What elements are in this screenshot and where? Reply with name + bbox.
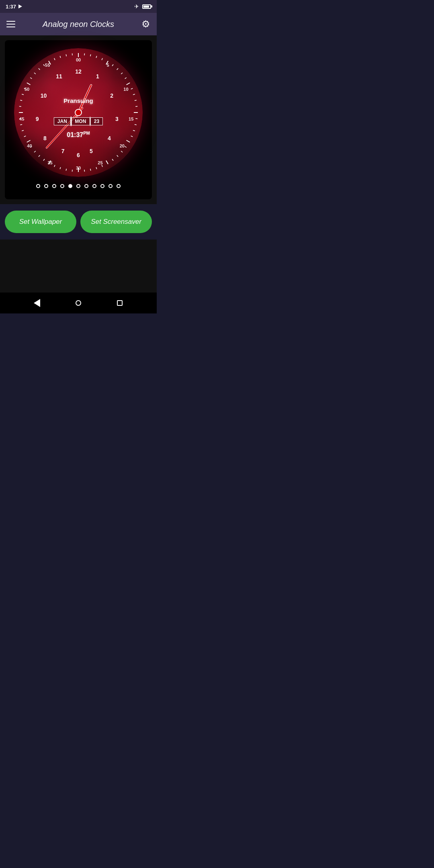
svg-line-9 (125, 78, 127, 79)
svg-line-49 (24, 88, 26, 89)
status-bar: 1:37 ✈ (0, 0, 157, 13)
svg-line-31 (72, 170, 73, 172)
svg-line-43 (20, 125, 22, 125)
battery-fill (143, 6, 149, 8)
svg-line-27 (96, 167, 97, 169)
clock-container: 00 5 10 15 20 25 30 35 40 45 50 55 12 (5, 40, 152, 199)
svg-line-37 (39, 155, 40, 157)
svg-line-23 (117, 155, 118, 157)
page-dot-9[interactable] (100, 184, 104, 188)
svg-line-41 (24, 136, 26, 137)
svg-line-17 (135, 125, 137, 125)
airplane-icon: ✈ (134, 3, 139, 10)
svg-line-34 (54, 165, 55, 167)
svg-line-28 (90, 169, 91, 171)
svg-line-47 (20, 100, 22, 100)
svg-line-44 (19, 119, 21, 119)
clock-ticks (14, 48, 143, 177)
svg-line-3 (96, 56, 97, 58)
svg-line-42 (22, 130, 24, 131)
am-pm: PM (83, 131, 90, 135)
page-dot-2[interactable] (44, 184, 48, 188)
svg-line-8 (121, 73, 123, 74)
svg-line-36 (43, 159, 45, 161)
buttons-area: Set Wallpaper Set Screensaver (0, 204, 157, 240)
svg-line-5 (106, 61, 108, 65)
svg-line-10 (127, 83, 130, 85)
svg-line-50 (27, 83, 31, 85)
play-icon (18, 4, 22, 8)
svg-line-38 (34, 151, 36, 152)
svg-line-52 (34, 73, 36, 74)
svg-line-6 (112, 64, 113, 66)
status-left: 1:37 (6, 4, 22, 10)
main-content: 00 5 10 15 20 25 30 35 40 45 50 55 12 (0, 35, 157, 293)
hamburger-line (6, 27, 15, 27)
battery-icon (142, 4, 151, 9)
day-name-display: MON (71, 117, 90, 125)
home-icon (76, 300, 81, 306)
settings-icon[interactable]: ⚙ (141, 18, 150, 30)
svg-line-12 (133, 94, 135, 95)
svg-line-32 (66, 169, 66, 171)
svg-point-64 (75, 109, 82, 116)
page-dot-4[interactable] (60, 184, 64, 188)
page-dot-8[interactable] (92, 184, 96, 188)
day-number-display: 23 (90, 117, 103, 125)
page-dot-7[interactable] (84, 184, 88, 188)
svg-line-29 (84, 170, 85, 172)
svg-line-39 (30, 146, 32, 147)
app-bar: Analog neon Clocks ⚙ (0, 13, 157, 35)
hamburger-menu-icon[interactable] (6, 21, 15, 27)
time-value: 01:37 (67, 131, 83, 138)
svg-line-18 (133, 130, 135, 131)
svg-line-54 (43, 64, 45, 66)
page-dot-5-active[interactable] (68, 184, 72, 188)
back-button[interactable] (29, 295, 45, 311)
svg-line-55 (49, 61, 51, 65)
svg-line-58 (66, 54, 66, 56)
svg-line-19 (131, 136, 133, 137)
page-dot-1[interactable] (36, 184, 40, 188)
hamburger-line (6, 21, 15, 22)
svg-line-1 (84, 53, 85, 55)
svg-line-46 (19, 106, 21, 107)
svg-line-13 (135, 100, 137, 100)
status-time: 1:37 (6, 4, 16, 10)
svg-line-21 (125, 146, 127, 147)
svg-line-40 (27, 140, 31, 142)
svg-line-22 (121, 151, 123, 152)
svg-line-7 (117, 68, 118, 70)
page-indicators (36, 177, 121, 191)
svg-line-4 (102, 58, 102, 60)
recents-icon (117, 300, 123, 306)
digital-time-display: 01:37PM (67, 131, 90, 139)
svg-line-26 (102, 165, 102, 167)
clock-face[interactable]: 00 5 10 15 20 25 30 35 40 45 50 55 12 (14, 48, 143, 177)
svg-line-25 (106, 161, 108, 164)
svg-line-16 (135, 119, 137, 119)
svg-line-20 (127, 140, 130, 142)
page-dot-11[interactable] (117, 184, 121, 188)
back-icon (34, 299, 40, 307)
svg-line-53 (39, 68, 40, 70)
app-title: Analog neon Clocks (15, 20, 141, 29)
svg-line-48 (22, 94, 24, 95)
svg-line-57 (60, 56, 61, 58)
clock-brand: Pransuing (63, 97, 93, 104)
set-screensaver-button[interactable]: Set Screensaver (80, 211, 152, 233)
page-dot-10[interactable] (108, 184, 113, 188)
home-button[interactable] (70, 295, 86, 311)
svg-line-33 (60, 167, 61, 169)
svg-line-56 (54, 58, 55, 60)
page-dot-3[interactable] (52, 184, 56, 188)
svg-line-35 (49, 161, 51, 164)
set-wallpaper-button[interactable]: Set Wallpaper (5, 211, 76, 233)
month-display: JAN (54, 117, 71, 125)
svg-line-24 (112, 159, 113, 161)
svg-line-14 (135, 106, 137, 107)
svg-line-59 (72, 53, 73, 55)
page-dot-6[interactable] (76, 184, 80, 188)
recents-button[interactable] (112, 295, 128, 311)
hamburger-line (6, 24, 15, 25)
